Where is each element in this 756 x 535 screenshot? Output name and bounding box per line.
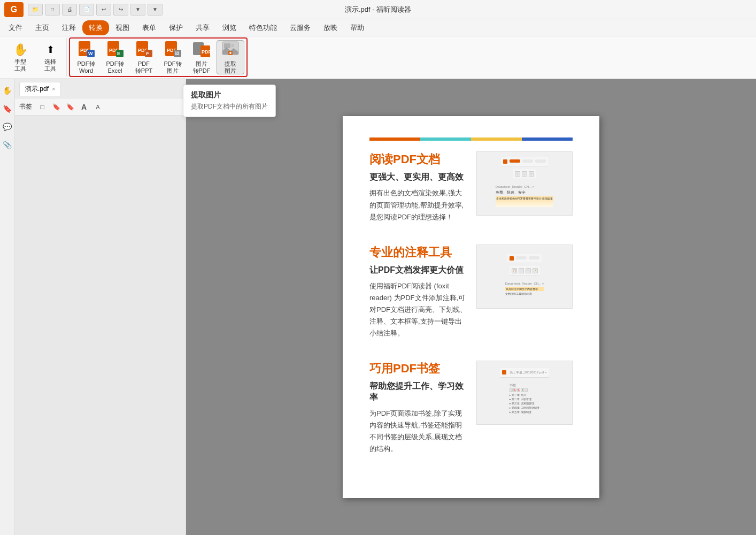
toolbar: ✋ 手型工具 ⬆ 选择工具 PDF W PDF转Word [0,36,756,79]
pdf-heading-1: 阅读PDF文档 [369,151,468,167]
file-tab-close[interactable]: × [52,86,55,92]
pdf-body-3: 为PDF页面添加书签,除了实现内容的快速导航,书签还能指明不同书签的层级关系,展… [369,408,468,455]
doc-content: ◀ 阅读PDF文档 更强大、更实用、更高效 拥有出色的文档渲染效果,强大的页面管… [186,79,756,535]
menu-home[interactable]: 主页 [29,20,56,35]
tool-group-hand-select: ✋ 手型工具 ⬆ 选择工具 [4,38,67,77]
menu-slideshow[interactable]: 放映 [317,20,344,35]
image-to-pdf-icon: PDF [192,40,211,59]
tooltip-description: 提取PDF文档中的所有图片 [191,102,268,111]
pdf-subheading-3: 帮助您提升工作、学习效率 [369,381,468,403]
open-folder-btn[interactable]: 📁 [28,4,43,16]
logo-button[interactable]: G [4,2,24,17]
side-icon-strip: ✋ 🔖 💬 📎 [0,79,15,535]
bookmark-label: 书签 [19,102,32,111]
svg-text:PDF: PDF [202,49,211,55]
bm-icon-text-large[interactable]: A [78,101,90,113]
menu-share[interactable]: 共享 [189,20,216,35]
pdf-to-image-icon: PDF 🖼 [163,40,182,59]
menu-form[interactable]: 表单 [136,20,163,35]
bookmark-toolbar: 书签 □ 🔖 🔖 A A [15,98,186,116]
pdf-mini-img-2: 📋 T 🖊 📝 Datasheet_Reader_CN... × 高亮标注示例文… [476,244,573,309]
pdf-subheading-2: 让PDF文档发挥更大价值 [369,265,468,276]
convert-group: PDF W PDF转Word PDF E PDF转Excel [69,37,248,77]
tooltip-title: 提取图片 [191,90,268,100]
titlebar: G 📁 □ 🖨 📄 ↩ ↪ ▼ ▼ 演示.pdf - 福昕阅读器 [0,0,756,19]
pdf-heading-3: 巧用PDF书签 [369,361,468,377]
pdf-to-image-label: PDF转图片 [164,60,182,74]
left-panel-content [15,116,186,535]
svg-text:W: W [88,51,93,56]
doc-area: ◀ 阅读PDF文档 更强大、更实用、更高效 拥有出色的文档渲染效果,强大的页面管… [186,79,756,535]
pdf-color-bar [369,137,573,141]
tooltip-popup: 提取图片 提取PDF文档中的所有图片 [183,85,276,117]
svg-point-21 [231,44,234,47]
menu-protect[interactable]: 保护 [163,20,189,35]
more-btn[interactable]: ▼ [130,4,145,16]
main-area: ✋ 🔖 💬 📎 演示.pdf × 书签 □ 🔖 🔖 A A [0,79,756,535]
file-tab-active[interactable]: 演示.pdf × [19,82,61,96]
hand-tool-label: 手型工具 [14,58,26,72]
left-panel: 演示.pdf × 书签 □ 🔖 🔖 A A [15,79,186,535]
menu-file[interactable]: 文件 [2,20,29,35]
menu-annotation[interactable]: 注释 [56,20,82,35]
pdf-body-1: 拥有出色的文档渲染效果,强大的页面管理功能,帮助提升效率,是您阅读PDF的理想选… [369,187,468,223]
menu-view[interactable]: 视图 [109,20,136,35]
bm-icon-text-small[interactable]: A [92,101,104,113]
pdf-to-word-icon: PDF W [76,40,96,59]
svg-text:P: P [146,51,149,56]
pdf-to-excel-btn[interactable]: PDF E PDF转Excel [101,40,129,74]
side-comment-icon[interactable]: 💬 [2,121,13,133]
undo-btn[interactable]: ↩ [96,4,111,16]
print-btn[interactable]: 🖨 [62,4,77,16]
menu-help[interactable]: 帮助 [344,20,371,35]
menu-features[interactable]: 特色功能 [243,20,283,35]
extract-image-icon [221,40,240,59]
window-title: 演示.pdf - 福昕阅读器 [345,5,411,14]
svg-text:🖼: 🖼 [175,51,179,56]
window-btn-2[interactable]: □ [45,4,60,16]
side-attach-icon[interactable]: 📎 [2,139,13,151]
image-to-pdf-label: 图片转PDF [193,60,211,74]
pdf-mini-img-3: 员工手册_20120917.pdf × 书签 □ 🔖 🔖 A A [476,361,573,425]
bm-icon-square[interactable]: □ [36,101,48,113]
menu-convert[interactable]: 转换 [82,20,109,35]
hand-tool-icon: ✋ [11,42,30,57]
hand-tool-btn[interactable]: ✋ 手型工具 [6,40,34,74]
pdf-section-1: 阅读PDF文档 更强大、更实用、更高效 拥有出色的文档渲染效果,强大的页面管理功… [369,151,573,223]
pdf-mini-img-1: T + ✏ Datasheet_Reader_CN... × 免费、快速、安全 … [476,151,573,216]
pdf-heading-2: 专业的注释工具 [369,244,468,261]
pdf-body-2: 使用福昕PDF阅读器 (foxit reader) 为PDF文件添加注释,可对P… [369,280,468,339]
menu-browse[interactable]: 浏览 [216,20,243,35]
image-to-pdf-btn[interactable]: PDF 图片转PDF [188,40,215,74]
select-tool-btn[interactable]: ⬆ 选择工具 [36,40,64,74]
customize-btn[interactable]: ▼ [148,4,163,16]
bm-icon-bookmark1[interactable]: 🔖 [50,101,62,113]
window-controls: 📁 □ 🖨 📄 ↩ ↪ ▼ ▼ [28,4,163,16]
side-bookmark-icon[interactable]: 🔖 [2,103,13,114]
svg-text:E: E [117,51,120,56]
redo-btn[interactable]: ↪ [113,4,128,16]
doc-page: 阅读PDF文档 更强大、更实用、更高效 拥有出色的文档渲染效果,强大的页面管理功… [343,116,599,498]
file-tab-name: 演示.pdf [25,85,49,94]
pdf-to-excel-icon: PDF E [105,40,125,59]
extract-image-btn[interactable]: 提取图片 [217,40,244,74]
pdf-to-word-label: PDF转Word [78,60,95,74]
menu-cloud[interactable]: 云服务 [283,20,317,35]
pdf-section-3: 巧用PDF书签 帮助您提升工作、学习效率 为PDF页面添加书签,除了实现内容的快… [369,361,573,455]
menubar: 文件 主页 注释 转换 视图 表单 保护 共享 浏览 特色功能 云服务 放映 帮… [0,19,756,36]
extract-image-label: 提取图片 [225,60,236,74]
pdf-to-ppt-btn[interactable]: PDF P PDF转PPT [130,40,158,74]
pdf-to-ppt-icon: PDF P [134,40,153,59]
file-tabs: 演示.pdf × [15,79,186,98]
pdf-to-word-btn[interactable]: PDF W PDF转Word [72,40,100,74]
new-doc-btn[interactable]: 📄 [79,4,94,16]
side-hand-icon[interactable]: ✋ [2,85,13,96]
pdf-to-image-btn[interactable]: PDF 🖼 PDF转图片 [159,40,187,74]
select-tool-icon: ⬆ [41,42,60,57]
select-tool-label: 选择工具 [44,58,56,72]
pdf-to-excel-label: PDF转Excel [106,60,124,74]
bm-icon-bookmark2[interactable]: 🔖 [64,101,76,113]
pdf-to-ppt-label: PDF转PPT [135,60,152,74]
pdf-subheading-1: 更强大、更实用、更高效 [369,172,468,183]
pdf-section-2: 专业的注释工具 让PDF文档发挥更大价值 使用福昕PDF阅读器 (foxit r… [369,244,573,339]
